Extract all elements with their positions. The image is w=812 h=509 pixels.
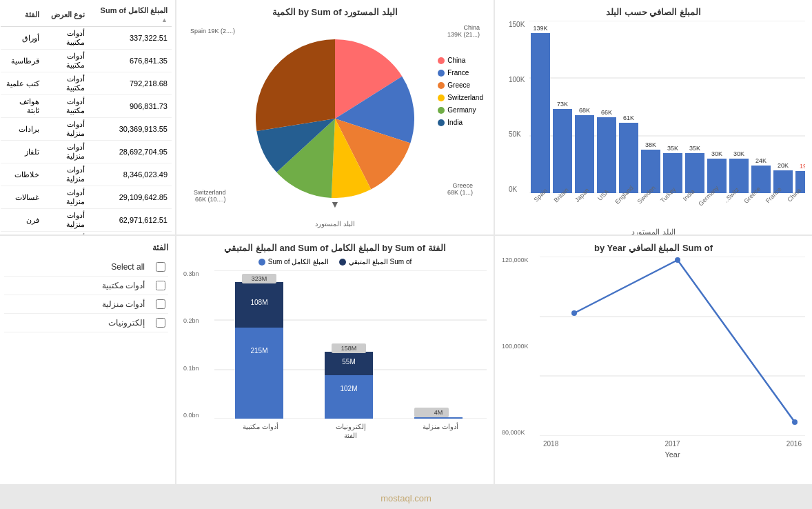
bar-chart-title: المبلغ الصافي حسب البلد [502,7,805,17]
y-label-100k: 100K [509,76,525,83]
select-all-checkbox[interactable] [156,262,165,272]
legend-india: India [447,119,463,126]
bar-germany[interactable] [619,123,638,193]
legend-france: France [447,69,469,77]
line-point-2017 [675,257,680,263]
line-ylabel-80k: 80,000K [502,429,525,436]
sb-ylabel-0.1bn: 0.1bn [183,365,199,372]
pie-callout-spain: Spain 19K (2....) [190,28,235,34]
bar-chart-panel: المبلغ الصافي حسب البلد 150K 100K 50K 0K [495,0,812,234]
svg-text:61K: 61K [623,114,634,121]
table-cell-type: أدوات منزلية [43,118,90,141]
data-table: المبلغ الكامل Sum of ▲ نوع العرض الفئة 3… [1,3,172,234]
bar-chart-svg: 139K 73K 68K 66K 61K 38K [529,21,805,193]
col-header-type: نوع العرض [43,3,90,27]
filter-mktb-checkbox[interactable] [156,281,165,290]
line-chart-svg [540,257,805,436]
table-cell-type: أدوات مكتبية [43,50,90,72]
sb-ylabel-0.3bn: 0.3bn [183,270,199,277]
svg-text:30K: 30K [733,150,744,157]
filter-mktb-label: أدوات مكتبية [102,281,145,290]
svg-text:139K: 139K [533,25,547,32]
select-all-label: Select all [111,262,145,272]
col-header-category: الفئة [1,3,43,27]
filter-item-elec[interactable]: إلكترونيات [4,314,168,332]
y-label-0k: 0K [509,186,517,193]
pie-svg [256,39,414,198]
line-xlabel: Year [540,450,805,459]
table-cell-category: مايكرويف [1,232,43,235]
svg-text:102M: 102M [340,385,357,392]
line-path [574,260,795,422]
table-cell-type: أدوات منزلية [43,209,90,232]
stacked-bar-svg: 108M 215M 323M 55M 102M 158M 4M [214,270,487,419]
table-cell-type: أدوات منزلية [43,141,90,163]
table-cell-category: فرن [1,209,43,232]
svg-text:66K: 66K [601,109,612,116]
stacked-legend-kamil: Sum of المبلغ الكامل [258,258,329,266]
bar-chart-xlabel: البلد المستورد [502,228,805,234]
y-label-150k: 150K [509,21,525,28]
line-ylabel-120k: 120,000K [502,257,529,263]
table-cell-type: أدوات مكتبية [43,95,90,118]
stacked-legend-kamil-label: Sum of المبلغ الكامل [268,258,329,266]
line-point-2018 [792,419,798,425]
sb-xlabel-mktb: أدوات مكتبية [243,423,278,430]
table-panel: المبلغ الكامل Sum of ▲ نوع العرض الفئة 3… [0,0,175,234]
stacked-legend-mutabaqi-label: المبلغ المتبقي Sum of [349,258,412,266]
sb-bar3-kamil[interactable] [414,417,463,419]
table-cell-type: أدوات منزلية [43,232,90,235]
svg-text:35K: 35K [689,145,700,152]
pie-xlabel: البلد المستورد [315,220,355,228]
table-cell-value: 10,346,328.56 [89,232,172,235]
table-cell-type: أدوات منزلية [43,163,90,186]
table-row: 29,109,642.85أدوات منزليةغسالات [1,186,172,209]
svg-text:215M: 215M [250,347,267,355]
pie-chart-panel: البلد المستورد by Sum of الكمية Spain 19… [176,0,494,234]
legend-china: China [447,57,465,64]
filter-elec-checkbox[interactable] [156,318,165,328]
sb-xlabel-mnzl: أدوات منزلية [423,423,458,430]
stacked-legend-mutabaqi: المبلغ المتبقي Sum of [339,258,412,266]
legend-switzerland: Switzerland [447,94,483,101]
filter-item-mnzl[interactable]: أدوات منزلية [4,295,168,314]
stacked-bar-title: الفئة by Sum of المبلغ الكامل and Sum of… [183,243,487,253]
svg-text:19K: 19K [800,163,805,170]
svg-text:158M: 158M [341,345,357,352]
line-chart-panel: Sum of المبلغ الصافي by Year 120,000K 10… [495,236,812,484]
filter-mnzl-label: أدوات منزلية [102,299,145,309]
svg-text:55M: 55M [342,358,355,366]
svg-text:73K: 73K [557,101,568,108]
pie-chart-title: البلد المستورد by Sum of الكمية [272,7,398,17]
table-cell-category: خلاطات [1,163,43,186]
table-cell-value: 337,322.51 [89,27,172,50]
line-xlabel-2017: 2017 [664,440,680,448]
pie-scroll-down[interactable]: ▼ [330,199,340,210]
sb-ylabel-0.2bn: 0.2bn [183,317,199,324]
bar-china[interactable] [531,33,550,193]
filter-select-all[interactable]: Select all [4,258,168,277]
legend-germany: Germany [447,106,476,114]
bar-france[interactable] [553,109,572,193]
table-cell-category: قرطاسية [1,50,43,72]
filter-mnzl-checkbox[interactable] [156,299,165,309]
sb-xlabel-elec: إلكترونيات [336,423,366,430]
table-row: 28,692,704.95أدوات منزليةتلفاز [1,141,172,163]
filter-item-mktb[interactable]: أدوات مكتبية [4,277,168,295]
bar-switzerland[interactable] [597,117,616,193]
table-cell-category: غسالات [1,186,43,209]
table-cell-value: 8,346,023.49 [89,163,172,186]
table-row: 62,971,612.51أدوات منزليةفرن [1,209,172,232]
svg-text:24K: 24K [755,157,767,164]
bar-greece[interactable] [575,115,594,193]
filter-elec-label: إلكترونيات [108,318,145,328]
legend-greece: Greece [447,81,470,89]
svg-rect-33 [414,408,449,417]
table-row: 676,841.35أدوات مكتبيةقرطاسية [1,50,172,72]
col-header-value: المبلغ الكامل Sum of ▲ [89,3,172,27]
table-cell-category: هواتف ثابتة [1,95,43,118]
table-cell-type: أدوات مكتبية [43,72,90,95]
y-label-50k: 50K [509,130,521,138]
svg-text:4M: 4M [434,409,443,416]
table-cell-category: كتب علمية [1,72,43,95]
